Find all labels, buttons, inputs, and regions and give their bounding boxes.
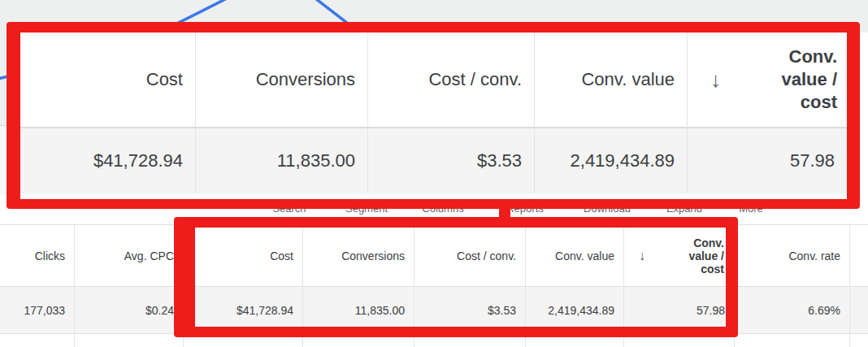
cell-conversions: 11,835.00 [302,287,414,333]
column-header-conv-value[interactable]: Conv. value [525,225,623,286]
column-header-conv-rate[interactable]: Conv. rate [734,225,849,286]
sort-descending-icon: ↓ [639,249,645,263]
column-header-conv-value-per-cost[interactable]: ↓ Conv. value / cost [623,225,734,286]
header-line: value / [782,68,837,91]
cell-partial [849,287,868,333]
google-ads-screenshot: Cost Conversions Cost / conv. Conv. valu… [0,0,868,347]
column-header-clicks[interactable]: Clicks [0,225,74,286]
column-header-conversions[interactable]: Conversions [302,225,414,286]
column-header-cost[interactable]: Cost [183,225,302,286]
column-header-partial [849,225,868,286]
cell-conv-value-per-cost: 57.98 [687,128,847,193]
column-header-label: Conv. value / cost [688,236,724,275]
left-background-sliver-lower [0,126,8,195]
toolbar-item-expand[interactable]: Expand [666,202,702,215]
magnified-table-header-row: Cost Conversions Cost / conv. Conv. valu… [20,33,847,128]
magnified-table: Cost Conversions Cost / conv. Conv. valu… [20,33,847,199]
cell-conversions: 11,835.00 [195,128,367,193]
header-line: cost [782,91,837,114]
cell-cost-per-conv: $3.53 [367,128,534,193]
column-header-cost-per-conv[interactable]: Cost / conv. [414,225,525,286]
header-line: Conv. [688,236,724,249]
toolbar-item-more[interactable]: More [739,202,763,215]
cell-conv-rate: 6.69% [734,287,849,333]
sort-descending-icon: ↓ [710,67,721,93]
cell-cost-per-conv: $3.53 [414,287,525,333]
toolbar-item-segment[interactable]: Segment [345,202,388,215]
column-header-conversions[interactable]: Conversions [195,33,367,127]
column-header-cost[interactable]: Cost [20,33,195,127]
cell-conv-value: 2,419,434.89 [534,128,687,193]
toolbar-item-columns[interactable]: Columns [422,202,463,215]
column-header-conv-value[interactable]: Conv. value [534,33,687,127]
cell-cost: $41,728.94 [20,128,195,193]
header-line: Conv. [782,46,837,68]
statistics-table-header-row: Clicks Avg. CPC Cost Conversions Cost / … [0,225,868,287]
column-header-conv-value-per-cost[interactable]: ↓ Conv. value / cost [687,33,847,127]
column-header-cost-per-conv[interactable]: Cost / conv. [367,33,534,127]
cell-conv-value-per-cost: 57.98 [623,287,734,333]
header-line: value / [688,249,724,262]
column-header-label: Conv. value / cost [782,46,837,114]
toolbar-item-download[interactable]: Download [584,202,631,215]
header-line: cost [688,262,724,275]
statistics-table: Clicks Avg. CPC Cost Conversions Cost / … [0,224,868,347]
cell-avg-cpc: $0.24 [74,287,183,333]
cell-clicks: 177,033 [0,287,74,333]
toolbar-item-search[interactable]: Search [272,202,306,215]
toolbar-item-reports[interactable]: Reports [506,202,544,215]
statistics-table-next-row-partial [0,334,868,347]
cell-conv-value: 2,419,434.89 [525,287,623,333]
column-header-avg-cpc[interactable]: Avg. CPC [74,225,183,286]
statistics-table-totals-row: 177,033 $0.24 $41,728.94 11,835.00 $3.53… [0,287,868,334]
cell-cost: $41,728.94 [183,287,302,333]
magnified-table-totals-row: $41,728.94 11,835.00 $3.53 2,419,434.89 … [20,128,847,193]
